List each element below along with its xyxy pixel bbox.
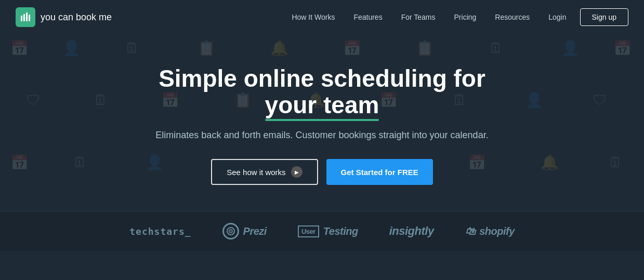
bg-icon-8: 🗓	[489, 39, 503, 57]
bg-icon-22: 👤	[146, 154, 164, 171]
bg-icon-5: 🔔	[270, 39, 288, 57]
shopify-logo: 🛍 shopify	[465, 225, 515, 237]
user-box: User	[298, 225, 319, 237]
nav-resources[interactable]: Resources	[485, 9, 539, 25]
prezi-text: Prezi	[243, 225, 267, 237]
bg-icon-9: 👤	[561, 39, 580, 57]
insightly-logo: insightly	[389, 224, 434, 238]
logos-bar: techstars_ Prezi User Testing insightly …	[0, 211, 644, 251]
svg-rect-1	[23, 14, 25, 21]
hero-subtitle: Eliminates back and forth emails. Custom…	[155, 128, 488, 142]
play-icon: ▶	[291, 166, 303, 178]
bg-icon-2: 👤	[62, 39, 81, 57]
techstars-logo: techstars_	[129, 226, 191, 237]
hero-title: Simple online scheduling for your team	[114, 65, 530, 118]
nav-how-it-works[interactable]: How It Works	[282, 9, 344, 25]
bg-icon-20: 📅	[10, 154, 29, 171]
svg-rect-0	[21, 16, 22, 21]
bg-icon-11: 🛡	[26, 91, 41, 109]
bg-icon-25: 🗓	[608, 154, 623, 171]
login-link[interactable]: Login	[539, 9, 575, 25]
usertesting-logo: User Testing	[298, 225, 358, 237]
bg-icon-6: 📅	[343, 39, 361, 57]
shopify-text: shopify	[479, 225, 515, 237]
shopify-bag-icon: 🛍	[465, 225, 476, 237]
logo-icon	[16, 7, 35, 27]
testing-text: Testing	[323, 225, 358, 237]
hero-title-part1: Simple online scheduling for	[159, 65, 485, 92]
bg-icon-7: 📋	[416, 39, 434, 57]
hero-buttons: See how it works ▶ Get Started for FREE	[211, 159, 433, 185]
logo[interactable]: you can book me	[16, 7, 112, 27]
bg-icon-12: 🗓	[94, 91, 108, 109]
prezi-circle-icon	[222, 223, 239, 239]
signup-button[interactable]: Sign up	[580, 8, 628, 26]
see-how-label: See how it works	[227, 168, 285, 177]
prezi-logo: Prezi	[222, 223, 267, 239]
nav-features[interactable]: Features	[344, 9, 391, 25]
hero-section: 📅 👤 🗓 📋 🔔 📅 📋 🗓 👤 📅 🛡 🗓 📅 📋 🔔 📅 🗓 👤 🛡 📅 …	[0, 34, 644, 211]
bg-icon-23: 📅	[468, 154, 486, 171]
nav-for-teams[interactable]: For Teams	[392, 9, 445, 25]
nav-pricing[interactable]: Pricing	[445, 9, 486, 25]
see-how-it-works-button[interactable]: See how it works ▶	[211, 159, 318, 185]
bg-icon-21: 🗓	[73, 154, 87, 171]
bg-icon-4: 📋	[198, 39, 216, 57]
bg-icon-19: 🛡	[593, 91, 607, 109]
nav-links: How It Works Features For Teams Pricing …	[282, 9, 539, 25]
svg-rect-3	[29, 15, 30, 21]
get-started-button[interactable]: Get Started for FREE	[326, 159, 433, 185]
hero-title-highlight: your team	[265, 92, 379, 118]
svg-rect-2	[26, 12, 28, 21]
bg-icon-10: 📅	[613, 39, 632, 57]
svg-point-6	[230, 231, 231, 232]
bg-icon-3: 🗓	[125, 39, 139, 57]
logo-text: you can book me	[41, 12, 112, 23]
bg-icon-1: 📅	[10, 39, 29, 57]
navbar: you can book me How It Works Features Fo…	[0, 0, 644, 34]
bg-icon-24: 🔔	[541, 154, 559, 171]
